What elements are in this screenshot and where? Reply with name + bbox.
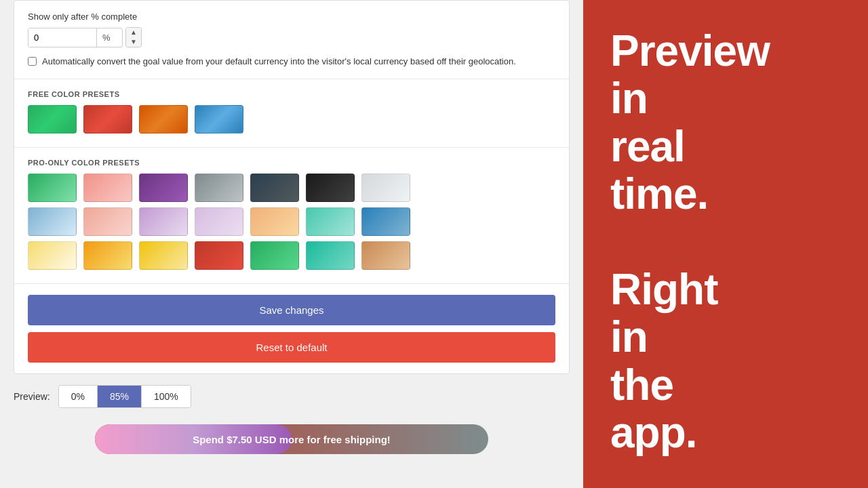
show-after-section: Show only after % complete % ▲ ▼ Automat… [14,1,569,79]
preview-btn-0[interactable]: 0% [59,386,97,407]
color-swatch-pro-green[interactable] [28,174,77,202]
free-presets-title: FREE COLOR PRESETS [28,90,555,98]
color-swatch-pro-tan[interactable] [361,241,410,270]
pro-presets-row2 [28,207,555,236]
free-presets-row [28,105,555,134]
percent-sign: % [96,28,116,47]
color-swatch-pro-lightyellow[interactable] [28,241,77,270]
free-presets-section: FREE COLOR PRESETS [14,79,569,147]
pro-presets-title: PRO-ONLY COLOR PRESETS [28,159,555,167]
color-swatch-pro-mint[interactable] [306,241,355,270]
show-after-label: Show only after % complete [28,12,555,22]
color-swatch-pro-lightgray[interactable] [361,174,410,202]
color-swatch-orange[interactable] [139,105,188,134]
stepper-buttons: ▲ ▼ [125,27,142,47]
progress-bar-wrapper: Spend $7.50 USD more for free shipping! [95,424,488,454]
color-swatch-pro-teal[interactable] [306,207,355,236]
pro-presets-section: PRO-ONLY COLOR PRESETS [14,147,569,283]
color-swatch-pro-peach[interactable] [250,207,299,236]
pro-presets-row3 [28,241,555,270]
pro-presets-row1 [28,174,555,202]
color-swatch-pro-salmonpink[interactable] [83,207,132,236]
color-swatch-pro-purple[interactable] [139,174,188,202]
percent-input[interactable] [28,28,96,47]
color-swatch-pro-darkgray[interactable] [250,174,299,202]
save-changes-button[interactable]: Save changes [28,295,555,325]
preview-buttons: 0% 85% 100% [58,385,191,408]
stepper-up-button[interactable]: ▲ [126,28,141,37]
color-swatch-pro-lightpurple[interactable] [195,207,243,236]
color-swatch-pro-yelloworange[interactable] [83,241,132,270]
color-swatch-pro-yellow[interactable] [139,241,188,270]
color-swatch-blue[interactable] [195,105,243,134]
color-swatch-red[interactable] [83,105,132,134]
preview-btn-100[interactable]: 100% [141,386,191,407]
color-swatch-pro-pink[interactable] [83,174,132,202]
buttons-section: Save changes Reset to default [14,283,569,373]
auto-convert-label: Automatically convert the goal value fro… [42,56,516,68]
color-swatch-pro-lavender[interactable] [139,207,188,236]
preview-label: Preview: [14,391,50,402]
progress-bar-container: Spend $7.50 USD more for free shipping! [14,424,570,454]
progress-bar-text: Spend $7.50 USD more for free shipping! [193,434,391,445]
color-swatch-pro-charcoal[interactable] [306,174,355,202]
color-swatch-green[interactable] [28,105,77,134]
right-panel-text: Preview in real time. Right in the app. [610,27,770,457]
percent-input-wrapper: % [28,28,123,47]
stepper-down-button[interactable]: ▼ [126,37,141,47]
color-swatch-pro-darkred[interactable] [195,241,243,270]
color-swatch-pro-gray[interactable] [195,174,243,202]
reset-to-default-button[interactable]: Reset to default [28,332,555,363]
auto-convert-checkbox[interactable] [28,57,37,66]
color-swatch-pro-brightgreen[interactable] [250,241,299,270]
left-panel: Show only after % complete % ▲ ▼ Automat… [0,0,583,488]
preview-btn-85[interactable]: 85% [97,386,141,407]
color-swatch-pro-skyblue[interactable] [361,207,410,236]
preview-section: Preview: 0% 85% 100% [14,374,570,419]
right-panel: Preview in real time. Right in the app. [583,0,868,488]
color-swatch-pro-lightblue[interactable] [28,207,77,236]
